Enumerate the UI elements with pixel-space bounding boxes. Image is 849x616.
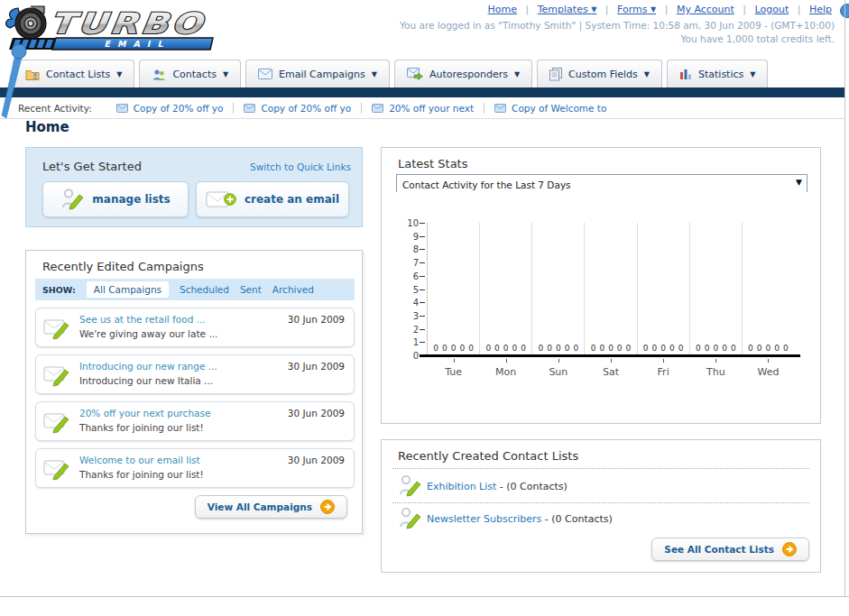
campaign-row[interactable]: 20% off your next purchase Thanks for jo… [35,401,355,441]
activity-link: Copy of 20% off yo [261,103,351,114]
navy-divider-bar [0,87,845,97]
x-axis-label: Wed [743,366,794,378]
envelope-icon [372,104,383,113]
x-tick-mark [715,359,716,363]
nav-separator: | [743,4,746,15]
contact-list-link[interactable]: Newsletter Subscribers [427,513,541,525]
nav-link-forms[interactable]: Forms ▼ [617,4,656,15]
nav-link-my-account[interactable]: My Account [677,4,734,15]
switch-to-quick-links[interactable]: Switch to Quick Links [250,161,351,172]
nav-link-help[interactable]: Help [809,4,832,15]
create-email-button[interactable]: create an email [196,181,349,217]
contact-lists-title: Recently Created Contact Lists [398,449,578,463]
activity-link: 20% off your next [389,103,474,114]
envelope-pencil-icon [43,317,70,340]
svg-text:TURBO: TURBO [48,6,207,41]
get-started-title: Let's Get Started [42,160,142,173]
envelope-pencil-icon [43,410,70,434]
y-tick-label: 4 [413,298,419,308]
folder-user-icon [25,68,40,80]
nav-link-logout[interactable]: Logout [755,4,789,15]
y-tick-label: 1 [413,337,419,347]
filter-scheduled[interactable]: Scheduled [180,284,229,295]
x-axis-label: Tue [428,366,479,378]
envelope-arrow-icon [407,68,423,80]
chevron-down-icon: ▼ [116,70,122,78]
dotted-divider [392,468,809,469]
campaigns-filter-bar: SHOW: All Campaigns Scheduled Sent Archi… [35,279,355,300]
activity-link: Copy of Welcome to [512,103,606,114]
recent-activity-item[interactable]: 20% off your next [362,103,484,114]
show-label: SHOW: [42,285,76,295]
campaign-row[interactable]: Welcome to our email list Thanks for joi… [35,448,355,488]
tab-autoresponders[interactable]: Autoresponders▼ [394,60,532,87]
login-line1: You are logged in as "Timothy Smith" | S… [400,19,835,32]
chevron-down-icon: ▼ [750,70,755,78]
recently-edited-campaigns-panel: Recently Edited Campaigns SHOW: All Camp… [25,250,363,534]
campaign-subtitle: Thanks for joining our list! [79,422,204,433]
orange-arrow-icon [782,542,797,556]
campaign-title-link[interactable]: 20% off your next purchase [79,408,210,418]
filter-all-campaigns[interactable]: All Campaigns [87,281,169,298]
y-tick-mark [420,236,425,237]
nav-link-templates[interactable]: Templates ▼ [538,4,597,15]
recent-activity-item[interactable]: Copy of 20% off yo [234,103,362,114]
x-tick-mark [558,359,559,363]
filter-archived[interactable]: Archived [272,284,314,295]
y-tick-mark [420,249,425,250]
envelope-icon [258,69,272,79]
x-axis-label: Fri [638,366,689,378]
view-all-campaigns-label: View All Campaigns [208,501,312,512]
contact-list-link[interactable]: Exhibition List [427,481,496,492]
chart-plot-area: 00000Tue00000Mon00000Sun00000Sat00000Fri… [427,223,794,355]
envelope-pencil-icon [43,457,70,481]
campaign-row[interactable]: Introducing our new range ... Introducin… [35,354,355,394]
campaign-title-link[interactable]: See us at the retail food ... [79,314,206,325]
view-all-campaigns-button[interactable]: View All Campaigns [195,495,347,519]
orange-arrow-icon [320,500,335,514]
chevron-down-icon: ▼ [223,70,228,78]
nav-separator: | [665,4,669,15]
campaign-title-link[interactable]: Introducing our new range ... [79,361,217,372]
turbo-email-logo: TURBO EMAIL [4,1,218,57]
app-window: TURBO EMAIL Home | Templates ▼ | Forms ▼… [0,0,849,616]
chart-day-group: 00000Sun [532,223,585,355]
tab-contacts[interactable]: Contacts▼ [139,60,241,87]
turbo-email-logo-graphic: TURBO EMAIL [4,1,218,53]
person-pencil-icon [398,506,421,531]
y-tick-label: 3 [413,310,419,320]
see-all-contact-lists-button[interactable]: See All Contact Lists [651,538,809,561]
recent-activity-item[interactable]: Copy of 20% off yo [106,103,235,114]
recent-activity-bar: Recent Activity: Copy of 20% off yo Copy… [0,97,845,119]
campaign-subtitle: Introducing our new Italia ... [79,375,213,386]
manage-lists-button[interactable]: manage lists [42,181,189,217]
filter-sent[interactable]: Sent [240,284,262,295]
campaign-title-link[interactable]: Welcome to our email list [79,455,200,465]
data-value-labels: 00000 [480,344,531,353]
y-tick-mark [420,223,425,224]
tab-custom-fields[interactable]: Custom Fields▼ [537,60,662,87]
recent-activity-item[interactable]: Copy of Welcome to [484,103,616,114]
create-email-label: create an email [245,193,339,206]
stats-period-select[interactable]: Contact Activity for the Last 7 Days [397,177,807,193]
recently-created-contact-lists-panel: Recently Created Contact Lists Exhibitio… [381,439,821,573]
x-axis-label: Thu [690,366,742,378]
contact-activity-chart: 109876543210 00000Tue00000Mon00000Sun000… [403,211,800,378]
top-nav: Home | Templates ▼ | Forms ▼ | My Accoun… [485,4,835,15]
nav-link-home[interactable]: Home [488,4,517,15]
campaign-subtitle: Thanks for joining our list! [79,469,204,480]
tab-email-campaigns[interactable]: Email Campaigns▼ [245,60,390,87]
campaign-date: 30 Jun 2009 [288,361,345,372]
tab-statistics[interactable]: Statistics▼ [667,60,768,87]
chevron-down-icon: ▼ [644,70,650,78]
logo-email-word: EMAIL [105,39,171,49]
see-all-contact-lists-label: See All Contact Lists [664,544,774,555]
campaign-subtitle: We're giving away our late ... [79,328,217,339]
tab-contact-lists[interactable]: Contact Lists▼ [13,60,134,87]
y-tick-label: 6 [413,271,419,280]
get-started-panel: Let's Get Started Switch to Quick Links … [25,147,363,227]
campaign-row[interactable]: See us at the retail food ... We're givi… [35,308,355,347]
y-tick-label: 10 [407,218,419,228]
chart-day-group: 00000Wed [743,223,794,355]
chevron-down-icon: ▼ [372,70,377,78]
